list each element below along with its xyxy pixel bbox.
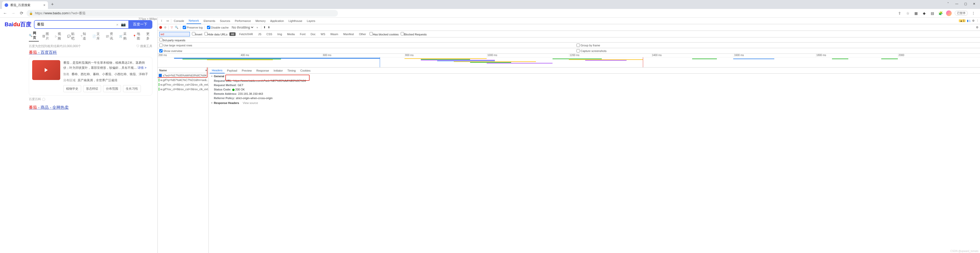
extension-icon[interactable]: ▦ [913, 11, 918, 16]
share-icon[interactable]: ⇪ [897, 11, 902, 16]
name-column-header[interactable]: Name× [158, 68, 208, 73]
section-button[interactable]: 分布范围 [103, 85, 121, 92]
tab-preview[interactable]: Preview [240, 68, 254, 73]
more-link[interactable]: 详情 > [138, 66, 146, 70]
avatar[interactable] [946, 10, 952, 16]
download-icon[interactable]: ⬇ [268, 26, 270, 29]
tab-zhidao[interactable]: ?知道 [81, 31, 89, 41]
star-icon[interactable]: ☆ [905, 11, 910, 16]
back-button[interactable]: ← [2, 11, 8, 16]
search-button[interactable]: 百度一下 [128, 21, 152, 28]
general-section[interactable]: General [209, 74, 980, 79]
type-font[interactable]: Font [298, 32, 307, 36]
tab-sources[interactable]: Sources [218, 17, 232, 24]
new-tab-button[interactable]: + [48, 2, 57, 7]
close-icon[interactable]: × [205, 69, 207, 72]
tab-performance[interactable]: Performance [233, 17, 253, 24]
extension-icon[interactable]: ▤ [930, 11, 935, 16]
tab-web[interactable]: 🔍网页 [29, 31, 39, 41]
result-title[interactable]: 番茄 - 商品 - 全网热卖 [29, 105, 152, 110]
tab-headers[interactable]: Headers [210, 68, 224, 73]
menu-icon[interactable]: ⋮ [971, 11, 976, 16]
tab-news[interactable]: 📰资讯 [106, 31, 116, 41]
tab-initiator[interactable]: Initiator [272, 68, 285, 73]
extension-icon[interactable]: ◆ [921, 11, 927, 16]
type-fetch[interactable]: Fetch/XHR [238, 32, 255, 36]
section-button[interactable]: 生长习性 [123, 85, 141, 92]
type-doc[interactable]: Doc [309, 32, 317, 36]
tab-layers[interactable]: Layers [305, 17, 317, 24]
upload-icon[interactable]: ⬆ [263, 26, 266, 29]
hide-data-urls-checkbox[interactable]: Hide data URLs [204, 32, 228, 36]
sync-paused-pill[interactable]: 已暂停 [955, 11, 968, 16]
close-window-button[interactable]: ✕ [972, 2, 976, 6]
type-manifest[interactable]: Manifest [342, 32, 355, 36]
type-css[interactable]: CSS [265, 32, 274, 36]
device-icon[interactable]: ▭ [165, 19, 170, 22]
request-row[interactable]: w.gif?q=%B7%AC%C7%D1&fm=se&... [158, 78, 208, 82]
filter-icon[interactable]: ▽ [171, 26, 173, 29]
clear-icon[interactable]: × [116, 22, 118, 27]
section-button[interactable]: 植物学史 [63, 85, 81, 92]
tab-video[interactable]: ▷视频 [55, 31, 64, 41]
capture-screenshots-checkbox[interactable]: Capture screenshots [576, 49, 978, 52]
inspect-icon[interactable]: ⟟ [159, 19, 164, 22]
tab-console[interactable]: Console [172, 17, 186, 24]
tab-elements[interactable]: Elements [202, 17, 218, 24]
minimize-button[interactable]: — [955, 2, 959, 6]
type-media[interactable]: Media [286, 32, 296, 36]
tab-image[interactable]: 🖼图片 [42, 31, 52, 41]
tab-map[interactable]: 📍地图 [133, 31, 143, 41]
result-title[interactable]: 番茄 - 百度百科 [29, 50, 152, 55]
response-headers-section[interactable]: Response Headers View source [209, 100, 980, 106]
url-input[interactable]: 🔒 https://www.baidu.com/s?wd=番茄 [27, 10, 338, 17]
large-rows-checkbox[interactable]: Use large request rows [159, 44, 561, 47]
warning-badge[interactable]: ▲1 [959, 19, 965, 22]
baidu-logo[interactable]: Baidu百度 [5, 21, 32, 28]
tab-tieba[interactable]: 💬贴吧 [67, 31, 77, 41]
type-all[interactable]: All [229, 32, 235, 36]
tab-timing[interactable]: Timing [285, 68, 298, 73]
clear-icon[interactable]: ⊘ [164, 26, 166, 29]
search-input[interactable] [35, 21, 114, 28]
tab-lighthouse[interactable]: Lighthouse [286, 17, 304, 24]
close-tab-icon[interactable]: × [43, 3, 45, 7]
type-img[interactable]: Img [276, 32, 283, 36]
type-ws[interactable]: WS [319, 32, 327, 36]
request-row[interactable]: w.gif?rsv_ct=8&rsv_cst=2&rsv_clk_ext... [158, 82, 208, 87]
maximize-button[interactable]: ▢ [964, 2, 967, 6]
tab-application[interactable]: Application [268, 17, 286, 24]
type-js[interactable]: JS [256, 32, 263, 36]
disable-cache-checkbox[interactable]: Disable cache [207, 26, 229, 29]
request-row[interactable]: s?wd=%E7%95%AA%E8%8C%84 [158, 73, 208, 78]
tab-memory[interactable]: Memory [253, 17, 268, 24]
message-badge[interactable]: ▮1 [967, 19, 970, 22]
tab-payload[interactable]: Payload [225, 68, 239, 73]
tab-wenku[interactable]: 📄文库 [92, 31, 102, 41]
type-wasm[interactable]: Wasm [329, 32, 340, 36]
browser-tab[interactable]: 番茄_百度搜索 × [2, 1, 48, 9]
type-other[interactable]: Other [358, 32, 368, 36]
blocked-cookies-checkbox[interactable]: Has blocked cookies [369, 32, 399, 36]
search-icon[interactable]: 🔍 [175, 26, 178, 29]
thumbnail[interactable] [32, 60, 60, 80]
wifi-icon[interactable]: ᯤ [256, 26, 259, 29]
group-frame-checkbox[interactable]: Group by frame [576, 44, 978, 47]
chevron-down-icon[interactable]: ˅ [946, 2, 950, 6]
gear-icon[interactable]: ⚙ [976, 26, 978, 29]
tab-response[interactable]: Response [254, 68, 271, 73]
preserve-log-checkbox[interactable]: Preserve log [183, 26, 203, 29]
tab-network[interactable]: Network [186, 17, 201, 24]
search-tools[interactable]: ♡ 搜索工具 [136, 44, 152, 48]
tab-more[interactable]: 更多 [146, 31, 152, 41]
tab-cookies[interactable]: Cookies [298, 68, 313, 73]
invert-checkbox[interactable]: Invert [192, 32, 202, 36]
camera-icon[interactable]: 📷 [121, 22, 126, 27]
gear-icon[interactable]: ⚙ [972, 19, 975, 22]
reload-button[interactable]: ⟳ [18, 11, 24, 16]
record-button[interactable] [159, 26, 162, 29]
third-party-checkbox[interactable]: 3rd-party requests [159, 38, 185, 42]
throttling-select[interactable]: No throttling [231, 25, 254, 30]
filter-input[interactable] [159, 32, 190, 36]
puzzle-icon[interactable]: 🧩 [938, 11, 943, 16]
